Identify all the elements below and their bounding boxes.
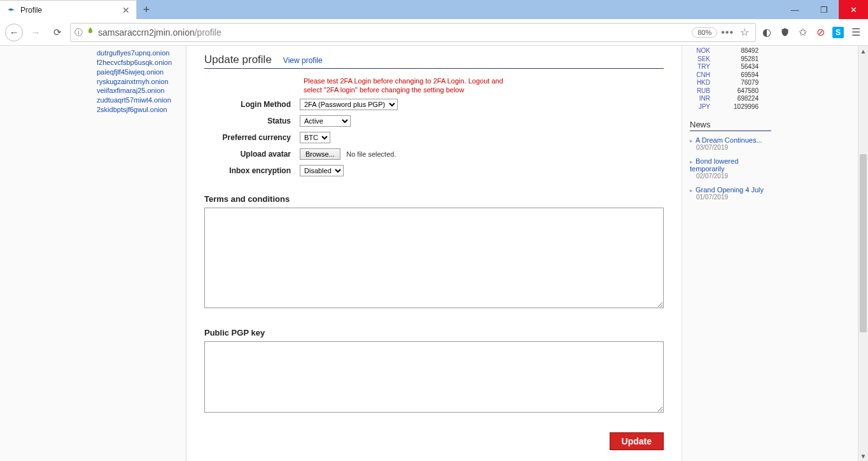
view-profile-link[interactable]: View profile: [283, 56, 323, 65]
avatar-nofile-text: No file selected.: [346, 150, 396, 158]
url-text: samsaraccrn2jmin.onion/profile: [98, 27, 688, 38]
mirror-link[interactable]: ryskugzainxtrnyh.onion: [97, 77, 186, 87]
window-controls: — ❐ ✕: [780, 0, 868, 19]
rate-row: INR698224: [690, 95, 771, 103]
browser-toolbar: ← → ⟳ ⓘ samsaraccrn2jmin.onion/profile 8…: [0, 19, 868, 46]
field-label: Login Method: [204, 100, 300, 109]
avatar-browse-button[interactable]: Browse...: [300, 148, 340, 160]
shield-icon[interactable]: [778, 25, 792, 39]
two-fa-warning: Please test 2FA Login before changing to…: [304, 76, 514, 95]
mirror-link[interactable]: dutrguflyes7upnq.onion: [97, 48, 186, 58]
nav-forward-button[interactable]: →: [27, 24, 45, 41]
field-label: Inbox encryption: [204, 166, 300, 175]
news-item: ▸Grand Opening 4 July 01/07/2019: [690, 186, 771, 201]
block-icon[interactable]: ⊘: [813, 25, 827, 39]
field-label: Upload avatar: [204, 150, 300, 159]
mirror-link[interactable]: paieqfjlf45iwjeq.onion: [97, 67, 186, 77]
right-sidebar: NOK88492 SEK95281 TRY56434 CNH69594 HKD7…: [682, 46, 771, 461]
inbox-encryption-select[interactable]: Disabled: [300, 165, 344, 176]
rate-row: JPY1029996: [690, 103, 771, 111]
page-header: Update profile View profile: [204, 53, 664, 69]
browser-tab[interactable]: Profile ✕: [0, 0, 137, 19]
exchange-rates: NOK88492 SEK95281 TRY56434 CNH69594 HKD7…: [690, 47, 771, 111]
rate-row: RUB647580: [690, 87, 771, 96]
tab-close-icon[interactable]: ✕: [122, 5, 130, 15]
bullet-icon: ▸: [690, 138, 693, 144]
onion-icon: [87, 27, 94, 38]
news-item: ▸A Dream Continues... 03/07/2019: [690, 136, 771, 151]
rate-row: SEK95281: [690, 55, 771, 64]
window-titlebar: Profile ✕ + — ❐ ✕: [0, 0, 868, 19]
page-viewport: dutrguflyes7upnq.onion f2hecvcfsbp6usqk.…: [0, 46, 868, 461]
scroll-down-icon[interactable]: ▼: [858, 451, 868, 461]
rate-row: NOK88492: [690, 47, 771, 55]
news-date: 02/07/2019: [696, 173, 771, 180]
terms-textarea[interactable]: [204, 208, 664, 308]
bullet-icon: ▸: [690, 187, 693, 194]
page-actions-icon[interactable]: •••: [721, 27, 734, 38]
field-currency: Preferred currency BTC: [204, 132, 664, 143]
field-avatar: Upload avatar Browse... No file selected…: [204, 148, 664, 160]
window-maximize-button[interactable]: ❐: [809, 0, 839, 19]
news-link[interactable]: A Dream Continues...: [696, 136, 762, 144]
currency-select[interactable]: BTC: [300, 132, 330, 143]
news-heading: News: [690, 120, 771, 131]
url-bar[interactable]: ⓘ samsaraccrn2jmin.onion/profile 80% •••…: [70, 23, 756, 42]
news-link[interactable]: Grand Opening 4 July: [696, 186, 764, 194]
mirror-link[interactable]: zudtuaqrt57miwt4.onion: [97, 96, 186, 105]
new-tab-button[interactable]: +: [137, 0, 156, 19]
zoom-indicator[interactable]: 80%: [692, 27, 717, 38]
vertical-scrollbar[interactable]: ▲ ▼: [858, 46, 868, 461]
status-select[interactable]: Active: [300, 115, 351, 127]
site-info-icon[interactable]: ⓘ: [74, 27, 83, 38]
rate-row: CNH69594: [690, 71, 771, 80]
bookmark-star-icon[interactable]: ☆: [738, 25, 752, 39]
nav-reload-button[interactable]: ⟳: [48, 24, 66, 41]
news-item: ▸Bond lowered temporarily 02/07/2019: [690, 157, 771, 180]
tab-title: Profile: [20, 6, 122, 15]
window-close-button[interactable]: ✕: [839, 0, 868, 19]
mirror-link[interactable]: f2hecvcfsbp6usqk.onion: [97, 58, 186, 67]
scroll-thumb[interactable]: [860, 154, 867, 332]
sidebar-mirrors: dutrguflyes7upnq.onion f2hecvcfsbp6usqk.…: [97, 46, 186, 461]
field-login-method: Login Method 2FA (Password plus PGP): [204, 99, 664, 110]
field-status: Status Active: [204, 115, 664, 127]
field-inbox-encryption: Inbox encryption Disabled: [204, 165, 664, 176]
pgp-heading: Public PGP key: [204, 328, 664, 337]
news-date: 01/07/2019: [696, 194, 771, 201]
scroll-up-icon[interactable]: ▲: [858, 46, 868, 56]
rate-row: TRY56434: [690, 63, 771, 71]
terms-heading: Terms and conditions: [204, 194, 664, 204]
nav-back-button[interactable]: ←: [5, 24, 23, 41]
update-button[interactable]: Update: [610, 432, 664, 450]
tab-favicon: [6, 5, 17, 15]
news-link[interactable]: Bond lowered temporarily: [690, 157, 738, 173]
pgp-textarea[interactable]: [204, 341, 664, 413]
mirror-link[interactable]: 2skidbptsjf6gwul.onion: [97, 105, 186, 115]
login-method-select[interactable]: 2FA (Password plus PGP): [300, 99, 398, 110]
skype-icon[interactable]: S: [831, 25, 845, 39]
library-icon[interactable]: ✩: [795, 25, 809, 39]
page-title: Update profile: [204, 53, 272, 66]
news-date: 03/07/2019: [696, 144, 771, 151]
main-content: Update profile View profile Please test …: [186, 46, 682, 461]
app-menu-icon[interactable]: ☰: [849, 25, 863, 39]
field-label: Preferred currency: [204, 133, 300, 142]
bullet-icon: ▸: [690, 159, 693, 165]
window-minimize-button[interactable]: —: [780, 0, 809, 19]
rate-row: HKD76079: [690, 79, 771, 87]
field-label: Status: [204, 117, 300, 125]
noscript-icon[interactable]: ◐: [760, 25, 774, 39]
mirror-link[interactable]: veiifaxfimaraj25.onion: [97, 86, 186, 96]
